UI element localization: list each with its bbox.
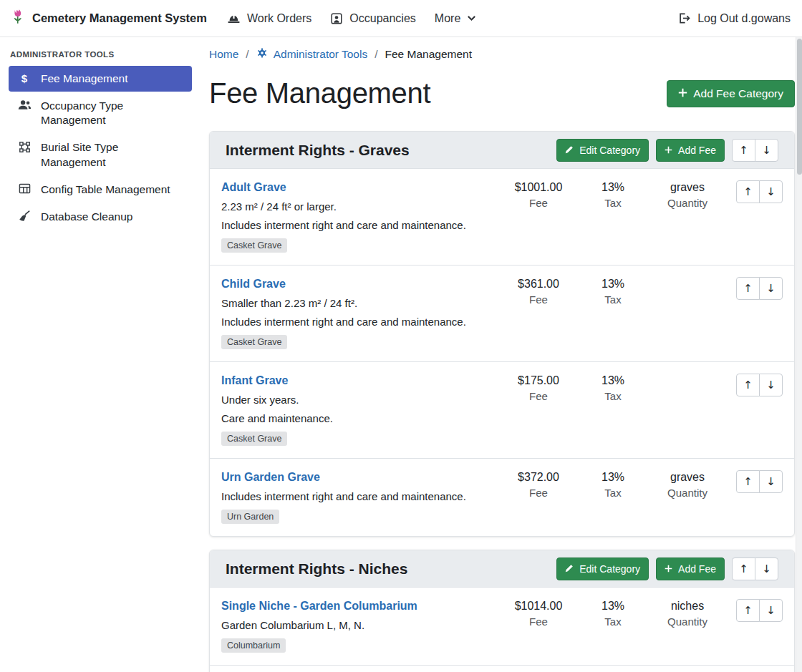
- fee-description: Includes interment right and care and ma…: [221, 219, 494, 231]
- move-fee-up-button[interactable]: ↑: [736, 599, 760, 622]
- category-reorder-group: ↑ ↓: [732, 139, 778, 162]
- pencil-icon: [565, 145, 574, 156]
- category-actions: Edit Category Add Fee ↑ ↓: [556, 557, 778, 580]
- sidebar-item-burial-site-type-management[interactable]: Burial Site Type Management: [9, 135, 192, 175]
- fee-description: Includes interment right and care and ma…: [221, 490, 494, 502]
- add-fee-button[interactable]: Add Fee: [656, 557, 725, 580]
- main-content: Home / Administrator Tools / Fee Managem…: [200, 37, 802, 672]
- scrollbar-thumb[interactable]: [797, 39, 802, 175]
- move-fee-down-button[interactable]: ↓: [759, 470, 783, 493]
- tax-column: 13% Tax: [576, 598, 650, 628]
- fee-amount-value: $361.00: [501, 278, 576, 291]
- move-category-up-button[interactable]: ↑: [732, 557, 755, 580]
- sidebar-item-database-cleanup[interactable]: Database Cleanup: [9, 204, 192, 230]
- breadcrumb-separator: /: [246, 48, 248, 61]
- category-reorder-group: ↑ ↓: [732, 557, 778, 580]
- tax-value: 13%: [576, 471, 650, 484]
- move-fee-down-button[interactable]: ↓: [759, 599, 783, 622]
- move-fee-up-button[interactable]: ↑: [736, 470, 760, 493]
- quantity-column: [650, 373, 725, 374]
- arrow-up-icon: ↑: [743, 185, 753, 198]
- broom-icon: [17, 210, 32, 222]
- move-category-up-button[interactable]: ↑: [732, 139, 755, 162]
- fee-name-link[interactable]: Child Grave: [221, 278, 286, 291]
- fee-amount-value: $1014.00: [501, 600, 576, 613]
- fee-row: Child Grave Smaller than 2.23 m² / 24 ft…: [210, 265, 794, 361]
- sidebar-item-config-table-management[interactable]: Config Table Management: [9, 177, 192, 203]
- fee-label: Fee: [501, 615, 576, 628]
- logout-button[interactable]: Log Out d.gowans: [677, 12, 791, 25]
- category-list: Interment Rights - Graves Edit Category …: [209, 131, 795, 672]
- move-fee-down-button[interactable]: ↓: [759, 374, 783, 396]
- fee-description: Includes interment right and care and ma…: [221, 316, 494, 328]
- arrow-up-icon: ↑: [743, 604, 753, 617]
- fee-info: Infant Grave Under six years. Care and m…: [221, 373, 501, 446]
- tax-column: 13% Tax: [576, 469, 650, 499]
- tax-label: Tax: [576, 293, 650, 306]
- app-brand[interactable]: Cemetery Management System: [10, 9, 207, 29]
- move-category-down-button[interactable]: ↓: [755, 557, 778, 580]
- sidebar-item-fee-management[interactable]: $ Fee Management: [9, 66, 192, 92]
- occupant-badge-icon: [330, 12, 343, 25]
- nav-more[interactable]: More: [435, 12, 476, 25]
- sidebar-item-occupancy-type-management[interactable]: Occupancy Type Management: [9, 93, 192, 133]
- tax-value: 13%: [576, 374, 650, 387]
- fee-info: Adult Grave 2.23 m² / 24 ft² or larger. …: [221, 180, 501, 253]
- quantity-column: niches Quantity: [650, 598, 725, 628]
- fee-name-link[interactable]: Infant Grave: [221, 374, 288, 387]
- nav-occupancies[interactable]: Occupancies: [330, 12, 416, 25]
- move-fee-down-button[interactable]: ↓: [759, 277, 783, 300]
- page-header: Fee Management Add Fee Category: [209, 77, 795, 109]
- arrow-up-icon: ↑: [743, 282, 753, 295]
- move-fee-up-button[interactable]: ↑: [736, 277, 760, 300]
- breadcrumb-home-link[interactable]: Home: [209, 48, 238, 61]
- vector-square-icon: [17, 141, 32, 153]
- sidebar-section-title: ADMINISTRATOR TOOLS: [10, 50, 190, 59]
- arrow-down-icon: ↓: [766, 185, 776, 198]
- arrow-down-icon: ↓: [766, 604, 776, 617]
- move-category-down-button[interactable]: ↓: [755, 139, 778, 162]
- top-navbar: Cemetery Management System Work Orders O…: [0, 0, 802, 37]
- move-fee-up-button[interactable]: ↑: [736, 374, 760, 396]
- quantity-column: graves Quantity: [650, 180, 725, 209]
- nav-work-orders-label: Work Orders: [247, 12, 311, 25]
- logout-icon: [677, 12, 691, 24]
- quantity-label: Quantity: [650, 487, 725, 499]
- tax-value: 13%: [576, 181, 650, 194]
- fee-list: Single Niche - Garden Columbarium Garden…: [210, 588, 794, 672]
- add-fee-category-label: Add Fee Category: [693, 87, 783, 100]
- tax-column: 13% Tax: [576, 373, 650, 402]
- edit-category-button[interactable]: Edit Category: [556, 139, 649, 162]
- app-title: Cemetery Management System: [32, 11, 207, 25]
- fee-name-link[interactable]: Single Niche - Garden Columbarium: [221, 600, 417, 613]
- page-scrollbar[interactable]: [796, 37, 802, 672]
- table-icon: [17, 183, 32, 194]
- arrow-down-icon: ↓: [766, 475, 776, 488]
- edit-category-button[interactable]: Edit Category: [556, 557, 649, 580]
- move-fee-up-button[interactable]: ↑: [736, 180, 760, 203]
- fee-amount-value: $372.00: [501, 471, 576, 484]
- tax-value: 13%: [576, 278, 650, 291]
- fee-reorder-group: ↑ ↓: [736, 470, 783, 493]
- sidebar-item-label: Config Table Management: [41, 182, 170, 197]
- fee-name-link[interactable]: Urn Garden Grave: [221, 471, 320, 484]
- fee-reorder-group: ↑ ↓: [736, 180, 783, 203]
- tax-column: 13% Tax: [576, 180, 650, 209]
- move-fee-down-button[interactable]: ↓: [759, 180, 783, 203]
- breadcrumb-admin-tools-link[interactable]: Administrator Tools: [256, 47, 368, 62]
- fee-info: Urn Garden Grave Includes interment righ…: [221, 469, 501, 524]
- add-fee-category-button[interactable]: Add Fee Category: [667, 80, 795, 107]
- nav-work-orders[interactable]: Work Orders: [227, 12, 311, 25]
- users-icon: [17, 99, 32, 110]
- arrow-up-icon: ↑: [743, 475, 753, 488]
- fee-reorder-group: ↑ ↓: [736, 277, 783, 300]
- tax-label: Tax: [576, 390, 650, 402]
- sidebar-item-label: Fee Management: [41, 72, 128, 86]
- logout-label: Log Out d.gowans: [697, 12, 791, 25]
- fee-name-link[interactable]: Adult Grave: [221, 181, 286, 194]
- fee-amount-column: $361.00 Fee: [501, 276, 576, 306]
- quantity-unit-value: graves: [650, 181, 725, 194]
- add-fee-button[interactable]: Add Fee: [656, 139, 725, 162]
- plus-icon: [665, 563, 672, 575]
- arrow-down-icon: ↓: [766, 282, 776, 295]
